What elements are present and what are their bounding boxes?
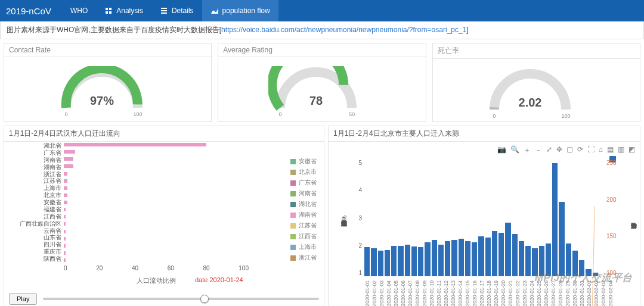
bar xyxy=(64,230,66,233)
bar xyxy=(64,164,73,168)
gauge-死亡率: 死亡率 2.02 0 100 xyxy=(432,43,640,122)
category-label: 安徽省 xyxy=(4,199,61,205)
gauge-arc: 97% 0 100 xyxy=(54,66,162,120)
legend-item: 江西省 xyxy=(290,232,317,241)
zoom-out-icon[interactable]: － xyxy=(535,145,542,155)
x-tick: 2020-01-17 xyxy=(479,280,485,306)
legend-item: 上海市 xyxy=(290,243,317,251)
zoom-icon[interactable]: 🔍 xyxy=(510,145,519,155)
fullscreen-icon[interactable]: ⛶ xyxy=(587,145,595,155)
y-axis-label-right: 确诊人数增加趋势 xyxy=(622,160,637,276)
x-tick: 2020-01-20 xyxy=(500,280,506,306)
chart-toolbar: 📷 🔍 ＋ － ⤢ ✥ ▢ ⟳ ⛶ ⌂ ▤ ▥ ◩ xyxy=(497,145,635,155)
x-tick: 2020-01-08 xyxy=(414,280,420,306)
x-tick: 2020-01-27 xyxy=(550,280,556,306)
legend-item: 河南省 xyxy=(290,189,317,198)
x-tick: 2020-01-14 xyxy=(457,280,463,306)
x-tick: 2020-01-10 xyxy=(429,280,435,306)
timeline-slider[interactable] xyxy=(43,298,319,300)
box-icon[interactable]: ▢ xyxy=(566,145,573,155)
brand: 2019-nCoV xyxy=(6,6,51,16)
x-tick: 2020-01-25 xyxy=(536,280,542,306)
x-tick: 2020-01-30 xyxy=(572,280,578,306)
autoscale-icon[interactable]: ⤢ xyxy=(546,145,552,155)
bar xyxy=(64,208,66,211)
outflow-chart-panel: 1月1日-2月4日武汉市人口迁出流向 湖北省广东省河南省湖南省浙江省江苏省上海市… xyxy=(4,126,324,306)
svg-text:100: 100 xyxy=(133,111,142,117)
bar xyxy=(64,258,66,262)
x-tick: 2020-01-22 xyxy=(515,280,521,306)
x-tick: 2020-01-21 xyxy=(507,280,513,306)
more-icon[interactable]: ▤ xyxy=(607,145,614,155)
x-tick: 2020-02-01 xyxy=(586,280,592,306)
nav-tab-analysis[interactable]: Analysis xyxy=(96,0,151,21)
x-tick: 2020-01-26 xyxy=(543,280,549,306)
zoom-in-icon[interactable]: ＋ xyxy=(524,145,531,155)
source-link[interactable]: https://voice.baidu.com/act/newpneumonia… xyxy=(221,26,466,34)
bar xyxy=(64,157,73,161)
navbar: 2019-nCoV WHOAnalysisDetailspopulation f… xyxy=(0,0,644,21)
legend-item: 浙江省 xyxy=(290,254,317,262)
category-label: 浙江省 xyxy=(4,171,61,177)
category-label: 四川省 xyxy=(4,242,61,248)
pan-icon[interactable]: ✥ xyxy=(556,145,562,155)
x-tick: 2020-02-03 xyxy=(600,280,606,306)
nav-tab-who[interactable]: WHO xyxy=(62,0,96,21)
category-label: 北京市 xyxy=(4,192,61,198)
gauge-arc: 78 0 50 xyxy=(268,66,376,120)
category-label: 河南省 xyxy=(4,157,61,163)
x-tick: 2020-01-19 xyxy=(493,280,499,306)
x-tick: 2020-01-23 xyxy=(522,280,528,306)
bar xyxy=(64,222,66,226)
inflow-chart-title: 1月1日-2月4日北京市主要人口迁入来源 xyxy=(329,126,640,142)
svg-text:78: 78 xyxy=(309,94,323,107)
legend-item: 江苏省 xyxy=(290,221,317,230)
category-label: 湖南省 xyxy=(4,164,61,170)
svg-text:0: 0 xyxy=(64,111,67,117)
category-label: 重庆市 xyxy=(4,249,61,255)
x-tick: 2020-01-24 xyxy=(529,280,535,306)
x-tick: 2020-01-18 xyxy=(486,280,492,306)
bar xyxy=(64,215,66,218)
svg-text:2.02: 2.02 xyxy=(519,96,542,109)
x-tick: 2020-01-06 xyxy=(400,280,406,306)
bar xyxy=(64,201,67,204)
bar xyxy=(64,172,67,176)
nav-tab-population-flow[interactable]: population flow xyxy=(202,0,278,21)
category-label: 湖北省 xyxy=(4,143,61,149)
category-label: 广西壮族自治区 xyxy=(4,221,61,227)
x-tick: 2020-01-28 xyxy=(558,280,564,306)
legend-item: 湖南省 xyxy=(290,211,317,219)
legend-item: 北京市 xyxy=(290,168,317,176)
slider-thumb[interactable] xyxy=(200,295,209,303)
x-tick: 2020-01-03 xyxy=(379,280,385,306)
gauge-arc: 2.02 0 100 xyxy=(482,68,590,121)
camera-icon[interactable]: 📷 xyxy=(497,145,506,155)
x-tick: 2020-01-11 xyxy=(436,280,442,306)
svg-text:97%: 97% xyxy=(90,94,114,107)
bar xyxy=(64,179,67,183)
legend-item: 湖北省 xyxy=(290,200,317,208)
x-tick: 2020-01-16 xyxy=(472,280,478,306)
save-icon[interactable]: ▥ xyxy=(618,145,624,155)
bar xyxy=(64,244,66,248)
outflow-chart-title: 1月1日-2月4日武汉市人口迁出流向 xyxy=(4,126,324,142)
category-label: 福建省 xyxy=(4,207,61,213)
help-icon[interactable]: ◩ xyxy=(628,145,635,155)
nav-tab-details[interactable]: Details xyxy=(151,0,202,21)
home-icon[interactable]: ⌂ xyxy=(599,145,603,155)
reset-icon[interactable]: ⟳ xyxy=(577,145,583,155)
category-label: 云南省 xyxy=(4,228,61,234)
gauges-row: Contact Rate 97% 0 100 Average Rating 78… xyxy=(0,39,644,126)
gauge-title: Average Rating xyxy=(218,43,425,57)
category-label: 江西省 xyxy=(4,214,61,220)
category-label: 上海市 xyxy=(4,185,61,191)
gauge-Average Rating: Average Rating 78 0 50 xyxy=(218,43,426,122)
bar xyxy=(64,251,66,255)
x-tick: 2020-01-02 xyxy=(371,280,377,306)
x-tick: 2020-01-01 xyxy=(364,280,370,306)
bar xyxy=(64,150,75,154)
x-tick: 2020-01-04 xyxy=(386,280,392,306)
inflow-chart-panel: 1月1日-2月4日北京市主要人口迁入来源 📷 🔍 ＋ － ⤢ ✥ ▢ ⟳ ⛶ ⌂… xyxy=(328,126,640,306)
play-button[interactable]: Play xyxy=(9,293,37,305)
